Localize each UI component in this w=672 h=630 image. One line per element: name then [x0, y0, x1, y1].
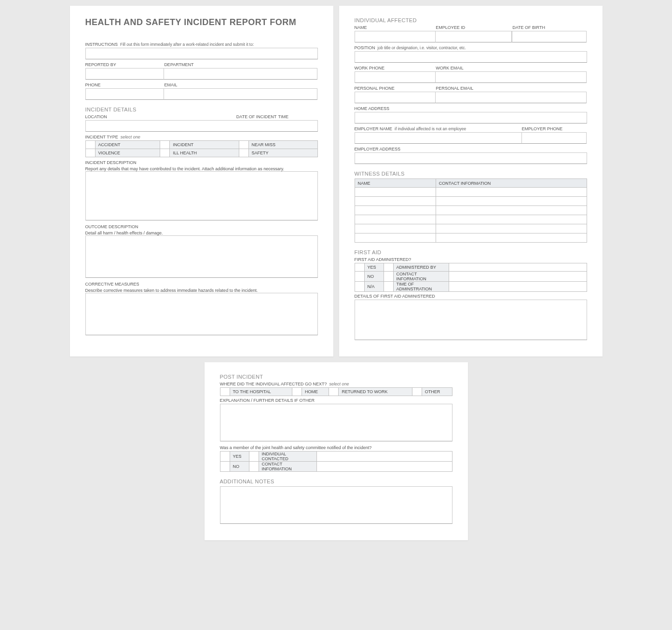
page-2: INDIVIDUAL AFFECTED NAME EMPLOYEE ID DAT…	[339, 6, 603, 356]
table-row	[355, 197, 587, 206]
time-of-administration-label: TIME OF ADMINSTRATION	[393, 282, 449, 292]
committee-contact-input[interactable]	[316, 462, 452, 472]
checkbox-returned[interactable]	[329, 388, 339, 396]
home-address-input[interactable]	[355, 112, 587, 123]
checkbox-violence[interactable]	[85, 149, 95, 157]
dob-label: DATE OF BIRTH	[512, 25, 587, 30]
incident-description-note: Report any details that may have contrib…	[85, 166, 285, 171]
outcome-description-textarea[interactable]	[85, 235, 318, 278]
witness-name-cell[interactable]	[355, 197, 436, 206]
employee-id-label: EMPLOYEE ID	[436, 25, 512, 30]
committee-contact-label: CONTACT INFORMATION	[259, 462, 316, 472]
checkbox-committee-no[interactable]	[220, 462, 230, 472]
department-input[interactable]	[164, 68, 317, 80]
individual-contacted-label: INDIVIDUAL CONTACTED	[259, 452, 316, 462]
corrective-measures-note: Describe corrective measures taken to ad…	[85, 288, 258, 293]
witness-contact-cell[interactable]	[436, 188, 587, 197]
incident-description-textarea[interactable]	[85, 171, 318, 220]
witness-contact-cell[interactable]	[436, 215, 587, 224]
home-address-label: HOME ADDRESS	[355, 106, 587, 111]
table-row	[355, 215, 587, 224]
outcome-description-note: Detail all harm / health effects / damag…	[85, 231, 163, 235]
table-row	[355, 224, 587, 233]
corrective-measures-textarea[interactable]	[85, 293, 318, 335]
witness-col-name: NAME	[355, 179, 436, 188]
additional-notes-textarea[interactable]	[220, 486, 453, 524]
witness-contact-cell[interactable]	[436, 197, 587, 206]
checkbox-hospital[interactable]	[220, 388, 230, 396]
administered-by-input[interactable]	[449, 263, 587, 272]
checkbox-other[interactable]	[412, 388, 422, 396]
reported-by-input[interactable]	[85, 68, 165, 80]
additional-notes-heading: ADDITIONAL NOTES	[220, 479, 453, 484]
explanation-label: EXPLANATION / FURTHER DETAILS IF OTHER	[220, 398, 453, 403]
checkbox-incident[interactable]	[160, 141, 170, 149]
first-aid-details-textarea[interactable]	[355, 300, 587, 340]
witness-contact-cell[interactable]	[436, 206, 587, 215]
name-label: NAME	[355, 25, 436, 30]
witness-contact-cell[interactable]	[436, 224, 587, 233]
first-aid-contact-input[interactable]	[449, 272, 587, 282]
personal-phone-label: PERSONAL PHONE	[355, 86, 436, 91]
first-aid-details-label: DETAILS OF FIRST AID ADMINISTERED	[355, 294, 587, 299]
table-row	[355, 233, 587, 243]
employer-name-label: EMPLOYER NAME if individual affected is …	[355, 126, 522, 131]
first-aid-administered-label: FIRST AID ADMINISTERED?	[355, 257, 587, 262]
reported-by-label: REPORTED BY	[85, 62, 165, 67]
instructions-label: INSTRUCTIONS Fill out this form immediat…	[85, 42, 318, 47]
employer-name-input[interactable]	[355, 132, 522, 144]
witness-name-cell[interactable]	[355, 206, 436, 215]
employer-phone-label: EMPLOYER PHONE	[522, 126, 587, 131]
work-phone-label: WORK PHONE	[355, 66, 436, 70]
administered-by-label: ADMINISTERED BY	[393, 263, 449, 272]
instructions-recipient-input[interactable]	[85, 48, 318, 59]
checkbox-committee-yes[interactable]	[220, 452, 230, 462]
checkbox-accident[interactable]	[85, 141, 95, 149]
checkbox-safety[interactable]	[239, 149, 248, 157]
witness-name-cell[interactable]	[355, 215, 436, 224]
checkbox-home[interactable]	[292, 388, 302, 396]
employee-id-input[interactable]	[435, 31, 512, 42]
checkbox-ill-health[interactable]	[160, 149, 170, 157]
checkbox-near-miss[interactable]	[239, 141, 248, 149]
work-email-input[interactable]	[435, 71, 586, 83]
phone-input[interactable]	[85, 88, 165, 100]
incident-type-options: ACCIDENT INCIDENT NEAR MISS VIOLENCE ILL…	[85, 140, 318, 157]
location-label: LOCATION	[85, 114, 236, 119]
witness-table: NAME CONTACT INFORMATION	[355, 178, 587, 243]
witness-name-cell[interactable]	[355, 188, 436, 197]
dob-input[interactable]	[512, 31, 586, 42]
first-aid-table: YES ADMINISTERED BY NO CONTACT INFORMATI…	[355, 263, 587, 292]
witness-contact-cell[interactable]	[436, 233, 587, 243]
corrective-measures-label: CORRECTIVE MEASURES	[85, 282, 318, 287]
checkbox-first-aid-no[interactable]	[355, 272, 364, 282]
witness-details-heading: WITNESS DETAILS	[355, 171, 587, 177]
email-input[interactable]	[164, 88, 317, 100]
personal-email-input[interactable]	[435, 92, 586, 103]
employer-phone-input[interactable]	[521, 132, 587, 144]
personal-phone-input[interactable]	[355, 92, 436, 103]
work-email-label: WORK EMAIL	[436, 66, 587, 70]
location-date-time-input[interactable]	[85, 120, 318, 132]
position-input[interactable]	[355, 51, 587, 63]
checkbox-first-aid-yes[interactable]	[355, 263, 364, 272]
name-input[interactable]	[355, 31, 436, 42]
witness-name-cell[interactable]	[355, 233, 436, 243]
outcome-description-label: OUTCOME DESCRIPTION	[85, 224, 318, 229]
employer-address-input[interactable]	[355, 152, 587, 164]
where-next-options: TO THE HOSPITAL HOME RETURNED TO WORK OT…	[220, 387, 453, 396]
checkbox-first-aid-na[interactable]	[355, 282, 364, 292]
page-3: POST INCIDENT WHERE DID THE INDIVIDUAL A…	[205, 362, 468, 540]
witness-col-contact: CONTACT INFORMATION	[436, 179, 587, 188]
witness-name-cell[interactable]	[355, 224, 436, 233]
individual-contacted-input[interactable]	[316, 452, 452, 462]
department-label: DEPARTMENT	[164, 62, 317, 67]
incident-description-label: INCIDENT DESCRIPTION	[85, 160, 318, 165]
explanation-textarea[interactable]	[220, 404, 453, 441]
first-aid-contact-label: CONTACT INFORMATION	[393, 272, 449, 282]
table-row	[355, 188, 587, 197]
time-of-administration-input[interactable]	[449, 282, 587, 292]
where-next-label: WHERE DID THE INDIVIDUAL AFFECTED GO NEX…	[220, 382, 453, 386]
work-phone-input[interactable]	[355, 71, 436, 83]
incident-type-label: INCIDENT TYPE select one	[85, 135, 318, 139]
